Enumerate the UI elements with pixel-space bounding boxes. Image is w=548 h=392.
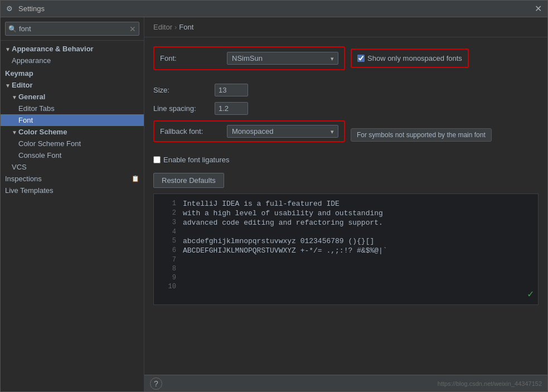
line-num-8: 8 [163, 265, 176, 273]
help-button[interactable]: ? [150, 378, 162, 390]
sidebar-item-color-scheme-font[interactable]: Color Scheme Font [1, 138, 144, 149]
sidebar-item-inspections[interactable]: Inspections 📋 [1, 173, 144, 185]
line-num-7: 7 [163, 256, 176, 264]
breadcrumb-current: Font [179, 23, 193, 31]
line-code-3: advanced code editing and refactoring su… [183, 219, 383, 227]
size-input[interactable] [215, 84, 248, 96]
fallback-row: Fallback font: Monospaced For symbols no… [153, 120, 539, 149]
line-code-6: ABCDEFGHIJKLMNOPQRSTUVWXYZ +-*/= .,;:!? … [183, 246, 387, 255]
expand-arrow: ▼ [5, 46, 11, 52]
line-code-1: IntelliJ IDEA is a full-featured IDE [183, 200, 340, 208]
sidebar-tree: ▼Appearance & Behavior Appearance Keymap… [1, 41, 144, 391]
search-input[interactable] [5, 22, 139, 36]
sidebar-item-font[interactable]: Font [1, 114, 144, 126]
app-icon: ⚙ [6, 4, 15, 13]
line-spacing-input[interactable] [215, 102, 248, 115]
monospaced-label: Show only monospaced fonts [367, 54, 462, 62]
line-num-10: 10 [163, 283, 176, 291]
line-num-3: 3 [163, 219, 176, 227]
line-num-5: 5 [163, 237, 176, 245]
preview-line-6: 6 ABCDEFGHIJKLMNOPQRSTUVWXYZ +-*/= .,;:!… [163, 246, 529, 255]
line-spacing-row: Line spacing: [153, 102, 539, 115]
restore-defaults-button[interactable]: Restore Defaults [153, 173, 224, 188]
line-num-4: 4 [163, 228, 176, 236]
ligatures-checkbox-label[interactable]: Enable font ligatures [153, 156, 539, 164]
sidebar-item-editor-tabs[interactable]: Editor Tabs [1, 103, 144, 114]
line-code-2: with a high level of usability and outst… [183, 209, 383, 217]
preview-line-10: 10 [163, 283, 529, 291]
checkmark-icon: ✓ [527, 288, 534, 300]
inspections-label: Inspections [5, 175, 42, 183]
fallback-label: Fallback font: [160, 127, 221, 135]
line-num-9: 9 [163, 274, 176, 282]
window-title: Settings [18, 4, 535, 13]
sidebar-item-editor[interactable]: ▼Editor [1, 79, 144, 91]
preview-line-1: 1 IntelliJ IDEA is a full-featured IDE [163, 200, 529, 208]
fallback-border-section: Fallback font: Monospaced [153, 120, 345, 142]
monospaced-section: Show only monospaced fonts [351, 49, 469, 75]
right-panel: Editor › Font Font: NSimSun [144, 17, 547, 391]
ligatures-checkbox[interactable] [153, 156, 161, 163]
font-row: Font: NSimSun Show only monospaced fonts [153, 46, 539, 77]
close-button[interactable]: ✕ [535, 3, 542, 14]
search-clear-icon[interactable]: ✕ [129, 25, 136, 33]
preview-line-7: 7 [163, 256, 529, 264]
size-label: Size: [153, 86, 215, 94]
preview-line-5: 5 abcdefghijklmnopqrstuvwxyz 0123456789 … [163, 237, 529, 245]
expand-arrow-general: ▼ [12, 94, 17, 100]
breadcrumb: Editor › Font [144, 17, 547, 37]
preview-line-9: 9 [163, 274, 529, 282]
line-spacing-label: Line spacing: [153, 104, 215, 113]
preview-line-2: 2 with a high level of usability and out… [163, 209, 529, 217]
preview-area: 1 IntelliJ IDEA is a full-featured IDE 2… [153, 193, 539, 305]
line-num-1: 1 [163, 200, 176, 208]
font-select-wrapper: NSimSun [227, 52, 338, 65]
breadcrumb-separator: › [174, 23, 177, 31]
panel-body: Font: NSimSun Show only monospaced fonts [144, 37, 547, 375]
sidebar-item-general[interactable]: ▼General [1, 91, 144, 103]
expand-arrow-color-scheme: ▼ [12, 129, 17, 135]
line-num-6: 6 [163, 246, 176, 255]
inspections-icon: 📋 [132, 175, 139, 182]
line-num-2: 2 [163, 209, 176, 217]
sidebar-item-appearance-behavior[interactable]: ▼Appearance & Behavior [1, 43, 144, 55]
sidebar: 🔍 ✕ ▼Appearance & Behavior Appearance Ke… [1, 17, 144, 391]
sidebar-item-live-templates[interactable]: Live Templates [1, 185, 144, 196]
breadcrumb-parent: Editor [153, 23, 172, 31]
ligatures-label-text: Enable font ligatures [163, 156, 230, 164]
sidebar-item-vcs[interactable]: VCS [1, 161, 144, 173]
font-select[interactable]: NSimSun [227, 52, 338, 65]
title-bar: ⚙ Settings ✕ [1, 1, 547, 17]
monospaced-checkbox[interactable] [357, 55, 365, 62]
ligatures-row: Enable font ligatures [153, 156, 539, 164]
monospaced-checkbox-label[interactable]: Show only monospaced fonts [357, 54, 462, 62]
preview-line-3: 3 advanced code editing and refactoring … [163, 219, 529, 227]
size-row: Size: [153, 84, 539, 96]
monospaced-border: Show only monospaced fonts [351, 49, 469, 68]
search-icon: 🔍 [8, 25, 17, 33]
line-code-5: abcdefghijklmnopqrstuvwxyz 0123456789 ()… [183, 237, 374, 245]
fallback-tooltip: For symbols not supported by the main fo… [351, 128, 492, 142]
sidebar-item-color-scheme[interactable]: ▼Color Scheme [1, 126, 144, 138]
preview-line-8: 8 [163, 265, 529, 273]
sidebar-item-keymap[interactable]: Keymap [1, 67, 144, 79]
watermark-text: https://blog.csdn.net/weixin_44347152 [438, 380, 542, 387]
preview-line-4: 4 [163, 228, 529, 236]
expand-arrow-editor: ▼ [5, 83, 11, 89]
fallback-select[interactable]: Monospaced [227, 125, 338, 138]
sidebar-item-console-font[interactable]: Console Font [1, 149, 144, 161]
font-label: Font: [160, 54, 221, 62]
bottom-bar: ? https://blog.csdn.net/weixin_44347152 [144, 375, 547, 391]
sidebar-item-appearance[interactable]: Appearance [1, 55, 144, 66]
search-container: 🔍 ✕ [1, 17, 144, 41]
fallback-select-wrapper: Monospaced [227, 125, 338, 138]
settings-window: ⚙ Settings ✕ 🔍 ✕ ▼Appearance & Behavior … [0, 0, 548, 392]
font-select-section: Font: NSimSun [153, 46, 345, 70]
main-content: 🔍 ✕ ▼Appearance & Behavior Appearance Ke… [1, 17, 547, 391]
